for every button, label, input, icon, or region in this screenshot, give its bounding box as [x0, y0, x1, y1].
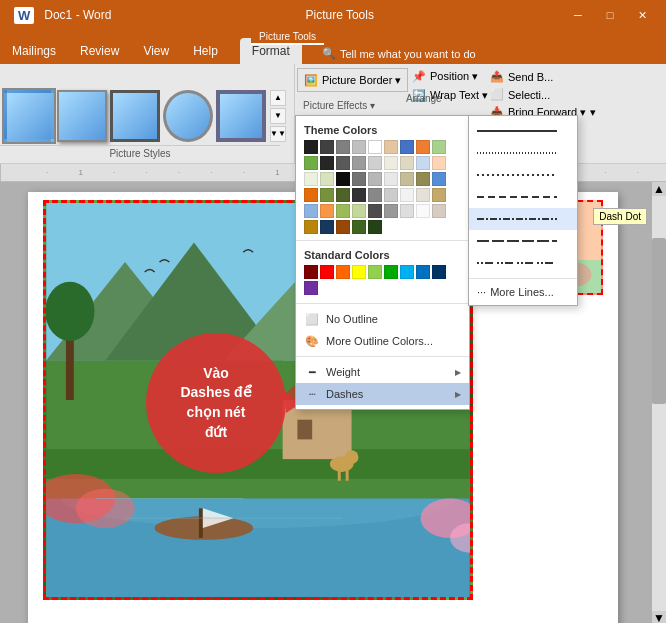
- weight-item[interactable]: ━ Weight: [296, 361, 469, 383]
- tab-help[interactable]: Help: [181, 38, 230, 64]
- color-swatch-lightgray[interactable]: [352, 140, 366, 154]
- scroll-thumb[interactable]: [652, 238, 666, 404]
- color-swatch-r5c9[interactable]: [352, 220, 366, 234]
- color-swatch-r2c6[interactable]: [400, 156, 414, 170]
- style-thumb-4[interactable]: [163, 90, 213, 142]
- std-swatch-navy[interactable]: [432, 265, 446, 279]
- color-swatch-darkgray[interactable]: [320, 140, 334, 154]
- std-swatch-darkred[interactable]: [304, 265, 318, 279]
- color-swatch-r4c2[interactable]: [368, 188, 382, 202]
- color-swatch-r4c3[interactable]: [384, 188, 398, 202]
- color-swatch-r4c5[interactable]: [416, 188, 430, 202]
- color-swatch-gray[interactable]: [336, 140, 350, 154]
- color-swatch-r5c3[interactable]: [400, 204, 414, 218]
- color-swatch-orange1[interactable]: [416, 140, 430, 154]
- color-swatch-blue1[interactable]: [400, 140, 414, 154]
- color-swatch-r3c7[interactable]: [432, 172, 446, 186]
- color-swatch-white[interactable]: [368, 140, 382, 154]
- color-swatch-green2[interactable]: [304, 156, 318, 170]
- color-swatch-r5c5[interactable]: [432, 204, 446, 218]
- more-outline-colors-item[interactable]: 🎨 More Outline Colors...: [296, 330, 469, 352]
- color-swatch-r2c2[interactable]: [336, 156, 350, 170]
- std-swatch-orange[interactable]: [336, 265, 350, 279]
- dash-dot-dot[interactable]: [469, 252, 577, 274]
- dash-dot-item[interactable]: Dash Dot: [469, 208, 577, 230]
- color-swatch-r3c4[interactable]: [384, 172, 398, 186]
- color-swatch-r3c3[interactable]: [368, 172, 382, 186]
- color-swatch-black[interactable]: [304, 140, 318, 154]
- dash-solid[interactable]: [469, 120, 577, 142]
- color-swatch-r2c3[interactable]: [352, 156, 366, 170]
- std-swatch-red[interactable]: [320, 265, 334, 279]
- color-swatch-green1[interactable]: [432, 140, 446, 154]
- scroll-up-button[interactable]: ▲: [652, 182, 666, 196]
- tell-me-bar[interactable]: 🔍 Tell me what you want to do: [322, 47, 476, 60]
- color-swatch-r3c5[interactable]: [400, 172, 414, 186]
- maximize-button[interactable]: □: [596, 5, 624, 25]
- style-thumb-5[interactable]: [216, 90, 266, 142]
- color-swatch-r4c7[interactable]: [304, 204, 318, 218]
- dashes-item[interactable]: ┄ Dashes: [296, 383, 469, 405]
- style-scroll-down[interactable]: ▼: [270, 108, 286, 124]
- color-swatch-r3c2[interactable]: [352, 172, 366, 186]
- color-swatch-r2c1[interactable]: [320, 156, 334, 170]
- std-swatch-yellow[interactable]: [352, 265, 366, 279]
- color-swatch-r4c1[interactable]: [352, 188, 366, 202]
- color-swatch-r3c8[interactable]: [304, 188, 318, 202]
- std-swatch-blue[interactable]: [416, 265, 430, 279]
- std-swatch-lime[interactable]: [368, 265, 382, 279]
- color-swatch-r3c10[interactable]: [336, 188, 350, 202]
- scroll-down-button[interactable]: ▼: [652, 611, 666, 623]
- tab-view[interactable]: View: [131, 38, 181, 64]
- color-swatch-tan[interactable]: [384, 140, 398, 154]
- dash-dotted[interactable]: [469, 164, 577, 186]
- more-lines-item[interactable]: ··· More Lines...: [469, 283, 577, 301]
- minimize-button[interactable]: ─: [564, 5, 592, 25]
- send-backward-button[interactable]: 📤 Send B...: [484, 68, 602, 85]
- color-swatch-r5c10[interactable]: [368, 220, 382, 234]
- vertical-scrollbar[interactable]: ▲ ▼: [652, 182, 666, 623]
- std-swatch-green[interactable]: [384, 265, 398, 279]
- color-swatch-r2c9[interactable]: [304, 172, 318, 186]
- dash-dashed[interactable]: [469, 186, 577, 208]
- tab-mailings[interactable]: Mailings: [0, 38, 68, 64]
- selection-button[interactable]: ⬜ Selecti...: [484, 86, 602, 103]
- color-swatch-r4c4[interactable]: [400, 188, 414, 202]
- color-swatch-r5c2[interactable]: [384, 204, 398, 218]
- color-swatch-r2c5[interactable]: [384, 156, 398, 170]
- position-section: 📌 Position ▾ 🔄 Wrap Text ▾ Arrange: [400, 64, 500, 108]
- position-button[interactable]: 📌 Position ▾: [406, 68, 494, 85]
- color-swatch-r5c1[interactable]: [368, 204, 382, 218]
- color-swatch-r4c10[interactable]: [352, 204, 366, 218]
- style-scroll-more[interactable]: ▼▼: [270, 126, 286, 142]
- dash-long-line: [477, 240, 557, 242]
- no-outline-item[interactable]: ⬜ No Outline: [296, 308, 469, 330]
- style-scroll-up[interactable]: ▲: [270, 90, 286, 106]
- color-swatch-r5c4[interactable]: [416, 204, 430, 218]
- color-swatch-r5c6[interactable]: [304, 220, 318, 234]
- color-swatch-r2c10[interactable]: [320, 172, 334, 186]
- std-swatch-teal[interactable]: [400, 265, 414, 279]
- scroll-track[interactable]: [652, 196, 666, 611]
- style-thumb-3[interactable]: [110, 90, 160, 142]
- color-swatch-r4c8[interactable]: [320, 204, 334, 218]
- dash-long[interactable]: [469, 230, 577, 252]
- color-swatch-r5c7[interactable]: [320, 220, 334, 234]
- picture-border-button[interactable]: 🖼️ Picture Border ▾: [297, 68, 408, 92]
- color-swatch-r5c8[interactable]: [336, 220, 350, 234]
- color-swatch-r2c7[interactable]: [416, 156, 430, 170]
- color-swatch-r2c8[interactable]: [432, 156, 446, 170]
- dash-dotted-small[interactable]: [469, 142, 577, 164]
- color-swatch-r2c4[interactable]: [368, 156, 382, 170]
- color-swatch-r4c6[interactable]: [432, 188, 446, 202]
- color-swatch-r3c9[interactable]: [320, 188, 334, 202]
- style-thumb-2[interactable]: [57, 90, 107, 142]
- tab-review[interactable]: Review: [68, 38, 131, 64]
- color-swatch-r4c9[interactable]: [336, 204, 350, 218]
- style-thumb-1[interactable]: [4, 90, 54, 142]
- svg-rect-25: [346, 469, 349, 481]
- color-swatch-r3c6[interactable]: [416, 172, 430, 186]
- color-swatch-r3c1[interactable]: [336, 172, 350, 186]
- close-button[interactable]: ✕: [628, 5, 656, 25]
- std-swatch-purple[interactable]: [304, 281, 318, 295]
